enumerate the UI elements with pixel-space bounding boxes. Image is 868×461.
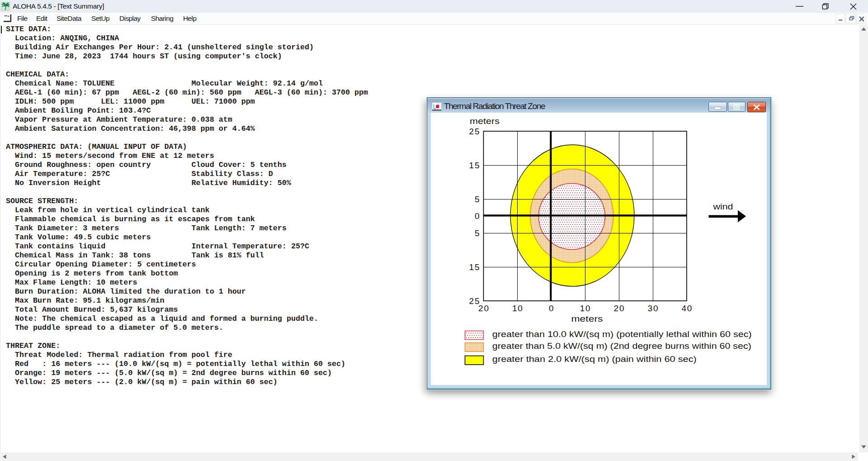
svg-text:10: 10 bbox=[580, 304, 590, 313]
svg-text:greater than 5.0 kW/(sq m) (2n: greater than 5.0 kW/(sq m) (2nd degree b… bbox=[492, 342, 751, 351]
svg-text:greater than 10.0 kW/(sq m) (p: greater than 10.0 kW/(sq m) (potentially… bbox=[492, 330, 751, 339]
svg-text:15: 15 bbox=[469, 262, 479, 272]
svg-text:5: 5 bbox=[474, 195, 479, 204]
svg-text:0: 0 bbox=[549, 304, 554, 313]
svg-text:meters: meters bbox=[470, 116, 500, 126]
svg-text:0: 0 bbox=[474, 211, 479, 221]
svg-text:25: 25 bbox=[469, 127, 479, 136]
svg-text:15: 15 bbox=[469, 161, 479, 170]
svg-text:greater than 2.0 kW/(sq m) (pa: greater than 2.0 kW/(sq m) (pain within … bbox=[492, 355, 696, 364]
svg-text:10: 10 bbox=[512, 304, 522, 313]
svg-text:20: 20 bbox=[613, 304, 624, 313]
svg-text:30: 30 bbox=[647, 304, 658, 313]
svg-text:20: 20 bbox=[478, 304, 489, 313]
svg-text:40: 40 bbox=[681, 304, 692, 313]
svg-text:meters: meters bbox=[571, 314, 603, 323]
svg-text:wind: wind bbox=[712, 202, 733, 211]
svg-text:5: 5 bbox=[474, 228, 479, 238]
